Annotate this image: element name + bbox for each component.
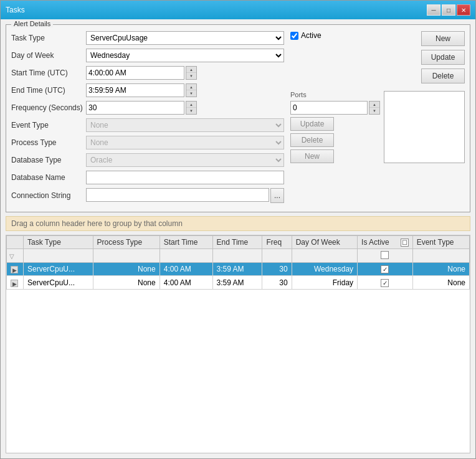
col-task-type[interactable]: Task Type	[24, 236, 93, 249]
start-time-input[interactable]	[86, 66, 184, 80]
window-content: Alert Details Task Type ServerCpuUsage	[1, 19, 475, 458]
day-of-week-select[interactable]: Wednesday	[86, 49, 284, 62]
drag-hint: Drag a column header here to group by th…	[6, 216, 470, 231]
end-time-up[interactable]: ▲	[186, 84, 196, 90]
col-process-type[interactable]: Process Type	[93, 236, 159, 249]
active-checkbox[interactable]	[290, 32, 298, 40]
is-active-header-checkbox: ☐	[401, 239, 409, 247]
frequency-label: Frequency (Seconds)	[11, 103, 86, 112]
row2-end-time: 3:59 AM	[212, 276, 262, 289]
title-bar: Tasks ─ □ ✕	[1, 1, 475, 19]
update-button[interactable]: Update	[421, 50, 465, 65]
grid-container[interactable]: Task Type Process Type Start Time End Ti…	[6, 235, 470, 453]
frequency-input[interactable]	[86, 101, 184, 115]
row1-is-active-checkbox: ✓	[381, 265, 389, 273]
start-time-spinner: ▲ ▼	[186, 66, 197, 80]
filter-end-time-cell	[212, 249, 262, 263]
task-type-control: ServerCpuUsage	[86, 31, 284, 45]
end-time-down[interactable]: ▼	[186, 90, 196, 97]
row1-is-active-cell: ✓	[358, 263, 413, 276]
is-active-header: Is Active ☐	[361, 238, 409, 247]
filter-day-of-week-cell	[292, 249, 357, 263]
ports-input[interactable]	[290, 101, 368, 115]
database-type-row: Database Type Oracle	[11, 153, 284, 167]
row1-expand-icon: ▶	[11, 266, 19, 273]
row1-icon: ▶	[11, 266, 18, 273]
day-of-week-row: Day of Week Wednesday	[11, 49, 284, 62]
frequency-row: Frequency (Seconds) ▲ ▼	[11, 101, 284, 115]
ports-buttons: Update Delete New	[290, 117, 380, 163]
database-type-select[interactable]: Oracle	[86, 153, 284, 167]
row1-start-time: 4:00 AM	[159, 263, 212, 276]
connection-string-input[interactable]	[86, 188, 269, 202]
task-type-label: Task Type	[11, 34, 86, 42]
ports-delete-button[interactable]: Delete	[290, 133, 334, 147]
row2-start-time: 4:00 AM	[159, 276, 212, 289]
event-type-control: None	[86, 118, 284, 132]
end-time-wrap: ▲ ▼	[86, 83, 197, 97]
event-type-label: Event Type	[11, 121, 86, 130]
row2-task-type: ServerCpuU...	[24, 276, 93, 289]
col-event-type[interactable]: Event Type	[412, 236, 469, 249]
maximize-button[interactable]: □	[442, 4, 455, 16]
frequency-spinner: ▲ ▼	[186, 101, 197, 115]
connection-string-row: Connection String ...	[11, 188, 284, 203]
connection-string-browse-button[interactable]: ...	[270, 188, 284, 203]
day-of-week-label: Day of Week	[11, 51, 86, 60]
filter-is-active-cell	[358, 249, 413, 263]
new-button[interactable]: New	[421, 31, 465, 46]
start-time-up[interactable]: ▲	[186, 67, 196, 73]
database-name-control	[86, 171, 284, 184]
frequency-up[interactable]: ▲	[186, 102, 196, 108]
filter-task-type-cell	[24, 249, 93, 263]
day-of-week-control: Wednesday	[86, 49, 284, 62]
process-type-select[interactable]: None	[86, 136, 284, 149]
end-time-label: End Time (UTC)	[11, 86, 86, 95]
table-row[interactable]: ▶ ServerCpuU... None 4:00 AM 3:59 AM 30 …	[7, 276, 470, 289]
close-button[interactable]: ✕	[457, 4, 470, 16]
ports-input-wrap: ▲ ▼	[290, 101, 380, 115]
row2-is-active-checkbox: ✓	[381, 279, 389, 287]
row2-event-type: None	[412, 276, 469, 289]
connection-string-label: Connection String	[11, 191, 86, 200]
event-type-select[interactable]: None	[86, 118, 284, 132]
frequency-down[interactable]: ▼	[186, 108, 196, 114]
main-window: Tasks ─ □ ✕ Alert Details Task Type Serv	[0, 0, 476, 459]
table-row[interactable]: ▶ ServerCpuU... None 4:00 AM 3:59 AM 30 …	[7, 263, 470, 276]
database-type-label: Database Type	[11, 156, 86, 164]
row1-event-type: None	[412, 263, 469, 276]
start-time-down[interactable]: ▼	[186, 73, 196, 79]
filter-is-active-checkbox	[381, 251, 389, 259]
frequency-wrap: ▲ ▼	[86, 101, 197, 115]
col-start-time[interactable]: Start Time	[159, 236, 212, 249]
start-time-wrap: ▲ ▼	[86, 66, 197, 80]
end-time-input[interactable]	[86, 83, 184, 97]
database-name-row: Database Name	[11, 171, 284, 184]
ports-update-button[interactable]: Update	[290, 117, 334, 131]
active-label: Active	[301, 31, 321, 40]
col-day-of-week[interactable]: Day Of Week	[292, 236, 357, 249]
minimize-button[interactable]: ─	[427, 4, 440, 16]
delete-button[interactable]: Delete	[421, 69, 465, 83]
form-area: Task Type ServerCpuUsage Day of Week W	[11, 31, 465, 207]
row1-expand-cell: ▶	[7, 263, 24, 276]
ports-down[interactable]: ▼	[369, 108, 379, 114]
col-freq[interactable]: Freq	[262, 236, 292, 249]
group-box-title: Alert Details	[11, 20, 53, 27]
database-name-input[interactable]	[86, 171, 284, 184]
right-buttons: New Update Delete	[421, 31, 465, 83]
col-end-time[interactable]: End Time	[212, 236, 262, 249]
form-right: Active New Update Delete Ports	[290, 31, 465, 207]
col-is-active[interactable]: Is Active ☐	[358, 236, 413, 249]
task-type-select[interactable]: ServerCpuUsage	[86, 31, 284, 45]
active-area: Active	[290, 31, 321, 40]
drag-hint-text: Drag a column header here to group by th…	[11, 219, 183, 228]
ports-up[interactable]: ▲	[369, 102, 379, 108]
ports-new-button[interactable]: New	[290, 149, 334, 163]
form-left: Task Type ServerCpuUsage Day of Week W	[11, 31, 284, 207]
row2-day-of-week: Friday	[292, 276, 357, 289]
alert-details-group: Alert Details Task Type ServerCpuUsage	[6, 24, 470, 212]
connection-string-control: ...	[86, 188, 284, 203]
top-right: Active New Update Delete	[290, 31, 465, 83]
row1-end-time: 3:59 AM	[212, 263, 262, 276]
